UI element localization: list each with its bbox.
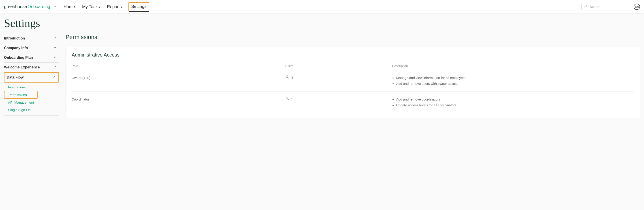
sidebar-section-data-flow: Data Flow Integrations Permissions API M…	[4, 72, 59, 116]
nav-my-tasks[interactable]: My Tasks	[82, 3, 100, 10]
cell-description: Manage and view information for all empl…	[392, 75, 634, 86]
admin-access-card: Administrative Access Role Users Descrip…	[66, 47, 640, 118]
chevron-up-icon	[52, 75, 56, 80]
sidebar-label: Company Info	[4, 46, 28, 50]
nav-settings[interactable]: Settings	[128, 2, 149, 11]
cell-description: Add and remove coordinators Update acces…	[392, 96, 634, 108]
sidebar-section-onboarding-plan: Onboarding Plan	[4, 53, 59, 63]
sidebar-label: Introduction	[4, 36, 25, 40]
chevron-down-icon	[53, 36, 56, 41]
desc-item: Manage and view information for all empl…	[396, 75, 634, 81]
section-title: Permissions	[66, 34, 640, 41]
app-header: greenhouse Onboarding Home My Tasks Repo…	[0, 0, 644, 14]
sidebar-label: Data Flow	[7, 75, 24, 79]
chevron-down-icon	[53, 55, 56, 60]
chevron-down-icon	[53, 65, 56, 70]
cell-users: 4	[285, 75, 392, 80]
col-header-role: Role	[72, 64, 285, 68]
person-icon	[285, 75, 289, 80]
chevron-down-icon[interactable]	[53, 5, 57, 9]
svg-point-2	[287, 76, 288, 77]
desc-item: Add and remove coordinators	[396, 96, 634, 102]
logo-text-onboarding: Onboarding	[28, 4, 50, 9]
sidebar-link-permissions[interactable]: Permissions	[4, 91, 38, 99]
logo[interactable]: greenhouse Onboarding	[4, 4, 50, 9]
logo-text-greenhouse: greenhouse	[4, 4, 27, 9]
sidebar-header-onboarding-plan[interactable]: Onboarding Plan	[4, 53, 59, 62]
col-header-description: Description	[392, 64, 634, 68]
cell-role: Owner (You)	[72, 75, 285, 80]
cell-users: 1	[285, 96, 392, 101]
chevron-down-icon	[53, 46, 56, 50]
sidebar-link-label: Permissions	[8, 93, 27, 97]
table-row: Owner (You) 4 Manage and view informatio…	[72, 70, 634, 91]
nav-home[interactable]: Home	[63, 3, 76, 10]
sidebar-link-single-sign-on[interactable]: Single Sign-On	[4, 106, 59, 114]
svg-point-3	[287, 97, 288, 98]
page-title: Settings	[4, 17, 644, 30]
permissions-table: Role Users Description Owner (You) 4	[72, 64, 634, 113]
sidebar-header-company-info[interactable]: Company Info	[4, 43, 59, 53]
main-content: Permissions Administrative Access Role U…	[66, 34, 644, 118]
sidebar-header-welcome-experience[interactable]: Welcome Experience	[4, 63, 59, 72]
user-count: 4	[291, 76, 293, 79]
sidebar-link-integrations[interactable]: Integrations	[4, 83, 59, 91]
content-wrapper: Introduction Company Info Onboarding Pla…	[4, 34, 644, 118]
table-row: Coordinator 1 Add and remove coordinator…	[72, 91, 634, 113]
sidebar-section-introduction: Introduction	[4, 34, 59, 43]
sidebar-label: Onboarding Plan	[4, 56, 33, 60]
search-wrapper	[581, 3, 628, 10]
sidebar-label: Welcome Experience	[4, 65, 40, 69]
person-icon	[285, 96, 289, 101]
col-header-users: Users	[285, 64, 392, 68]
card-title: Administrative Access	[72, 52, 634, 58]
nav-reports[interactable]: Reports	[106, 3, 122, 10]
sidebar-section-welcome-experience: Welcome Experience	[4, 63, 59, 72]
sidebar-section-company-info: Company Info	[4, 43, 59, 53]
sidebar-header-data-flow[interactable]: Data Flow	[4, 72, 59, 82]
sidebar-subnav-data-flow: Integrations Permissions API Management …	[4, 82, 59, 115]
primary-nav: Home My Tasks Reports Settings	[63, 2, 149, 11]
user-count: 1	[291, 97, 293, 101]
sidebar-header-introduction[interactable]: Introduction	[4, 34, 59, 43]
table-header-row: Role Users Description	[72, 64, 634, 70]
sidebar-link-api-management[interactable]: API Management	[4, 99, 59, 106]
desc-item: Add and remove users with owner access	[396, 81, 634, 87]
settings-sidebar: Introduction Company Info Onboarding Pla…	[4, 34, 59, 118]
search-input[interactable]	[581, 3, 628, 10]
avatar-initials: GH	[635, 5, 639, 8]
page-body: Settings Introduction Company Info	[0, 14, 644, 118]
desc-item: Update access levels for all coordinator…	[396, 102, 634, 108]
avatar[interactable]: GH	[634, 4, 640, 10]
cell-role: Coordinator	[72, 96, 285, 101]
active-indicator-bar	[7, 93, 8, 97]
